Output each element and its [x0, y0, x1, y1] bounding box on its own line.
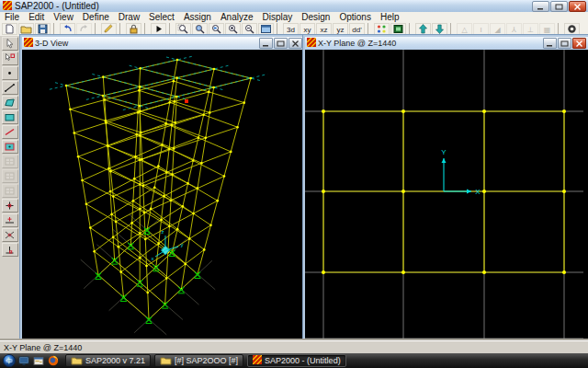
maximize-button[interactable] [550, 1, 568, 12]
svg-text:Y: Y [441, 148, 447, 156]
menu-design[interactable]: Design [297, 12, 334, 22]
plan-grid-viewport[interactable]: YX [305, 50, 584, 339]
zoom-out-button[interactable] [242, 23, 257, 35]
move-down-gridline-button[interactable] [432, 23, 447, 35]
svg-text:xz: xz [321, 26, 328, 34]
title-bar[interactable]: SAP2000 - (Untitled) [0, 0, 588, 13]
sap2000-window-icon [24, 38, 33, 49]
folder-icon [71, 355, 83, 367]
draw-quad-area-button[interactable] [2, 96, 18, 109]
snap-intersections-button[interactable] [2, 228, 18, 242]
menu-assign[interactable]: Assign [179, 12, 216, 22]
object-shrink-button[interactable] [374, 23, 390, 35]
assign-joint-button: ⅄ [506, 23, 522, 35]
zoom-in-button[interactable] [225, 23, 241, 35]
zoom-full-button[interactable] [192, 23, 208, 35]
taskbar-button-label: SAP2000 v 7.21 [85, 356, 145, 365]
quick-draw-frame-button[interactable] [2, 125, 18, 139]
taskbar-button-2[interactable]: [#] SAP2OOO [#] [154, 354, 243, 367]
maximize-button[interactable] [274, 38, 288, 49]
undo-button[interactable] [60, 23, 75, 35]
toolbar-separator [95, 23, 98, 35]
minimize-button[interactable] [532, 1, 549, 12]
3d-model-viewport[interactable]: zyx [22, 50, 300, 339]
menu-options[interactable]: Options [334, 12, 375, 22]
svg-text:y: y [181, 242, 184, 247]
reshape-element-button[interactable] [2, 52, 18, 65]
perspective-button[interactable]: dd' [349, 23, 365, 35]
taskbar-button-label: SAP2000 - (Untitled) [265, 356, 341, 365]
svg-text:z: z [162, 229, 164, 235]
svg-text:▦: ▦ [544, 26, 551, 34]
refresh-window-button[interactable] [101, 23, 117, 35]
sap2000-window-icon [307, 38, 316, 49]
view-yz-button[interactable]: yz [333, 23, 348, 35]
lock-model-button[interactable] [126, 23, 141, 35]
sap2000-app-icon [3, 1, 12, 12]
close-button[interactable] [572, 38, 586, 49]
menu-file[interactable]: File [0, 12, 24, 22]
toolbar-separator [558, 23, 561, 35]
draw-joint-button[interactable] [2, 66, 18, 80]
save-file-button[interactable] [35, 23, 51, 35]
view-xz-button[interactable]: xz [316, 23, 332, 35]
minimize-button[interactable] [543, 38, 557, 49]
status-text: X-Y Plane @ Z=1440 [4, 343, 82, 352]
redo-button [76, 23, 92, 35]
menu-select[interactable]: Select [144, 12, 179, 22]
svg-text:⅄: ⅄ [511, 26, 516, 34]
frame-sections-button[interactable] [564, 23, 580, 35]
view-3d-button[interactable]: 3d [283, 23, 299, 35]
taskbar-button-1[interactable]: SAP2000 v 7.21 [65, 354, 151, 367]
snap-perpendicular-button[interactable] [2, 243, 18, 257]
firefox-icon[interactable] [47, 355, 60, 367]
new-file-button[interactable] [2, 23, 17, 35]
zoom-window-button[interactable] [175, 23, 191, 35]
svg-text:X: X [475, 188, 481, 196]
menu-analyze[interactable]: Analyze [216, 12, 258, 22]
menu-bar: FileEditViewDefineDrawSelectAssignAnalyz… [0, 12, 588, 22]
assign-section-button: I [473, 23, 489, 35]
menu-display[interactable]: Display [258, 12, 298, 22]
maximize-button[interactable] [558, 38, 571, 49]
sap-icon [253, 355, 262, 366]
snap-joints-button[interactable] [2, 199, 18, 213]
taskbar-button-3[interactable]: SAP2000 - (Untitled) [247, 354, 346, 367]
zoom-previous-button[interactable] [209, 23, 224, 35]
menu-help[interactable]: Help [376, 12, 404, 22]
close-button[interactable] [288, 38, 302, 49]
show-desktop-icon[interactable] [17, 355, 30, 367]
open-file-button[interactable] [18, 23, 34, 35]
menu-edit[interactable]: Edit [24, 12, 49, 22]
toolbar-separator [409, 23, 413, 35]
close-button[interactable] [569, 1, 586, 12]
explorer-icon[interactable] [32, 355, 45, 367]
run-analysis-button[interactable] [151, 23, 166, 35]
svg-text:x: x [152, 256, 154, 261]
svg-text:⊥: ⊥ [527, 26, 534, 34]
window-title: SAP2000 - (Untitled) [15, 1, 99, 11]
taskbar-button-label: [#] SAP2OOO [#] [175, 356, 238, 365]
pan-button[interactable] [258, 23, 274, 35]
start-button[interactable] [2, 354, 16, 368]
windows-taskbar: SAP2000 v 7.21[#] SAP2OOO [#]SAP2000 - (… [0, 353, 588, 368]
pointer-select-button[interactable] [2, 37, 18, 51]
quick-draw-area-button[interactable] [2, 140, 18, 154]
snap-midpoints-button[interactable] [2, 213, 18, 227]
svg-text:yz: yz [337, 26, 345, 34]
menu-draw[interactable]: Draw [114, 12, 144, 22]
set-elements-button[interactable] [390, 23, 406, 35]
draw-frame-button[interactable] [2, 81, 18, 95]
view-3d-titlebar[interactable]: 3-D View [22, 37, 304, 50]
minimize-button[interactable] [259, 38, 273, 49]
view-xy-button[interactable]: xy [300, 23, 315, 35]
svg-text:xy: xy [304, 26, 311, 34]
move-up-gridline-button[interactable] [415, 23, 431, 35]
draw-rect-area-button[interactable] [2, 110, 18, 124]
xy-plane-titlebar[interactable]: X-Y Plane @ Z=1440 [305, 37, 588, 50]
menu-view[interactable]: View [49, 12, 78, 22]
toolbar-separator [450, 23, 454, 35]
toolbar-separator [169, 23, 173, 35]
toolbar-separator [144, 23, 148, 35]
menu-define[interactable]: Define [78, 12, 114, 22]
